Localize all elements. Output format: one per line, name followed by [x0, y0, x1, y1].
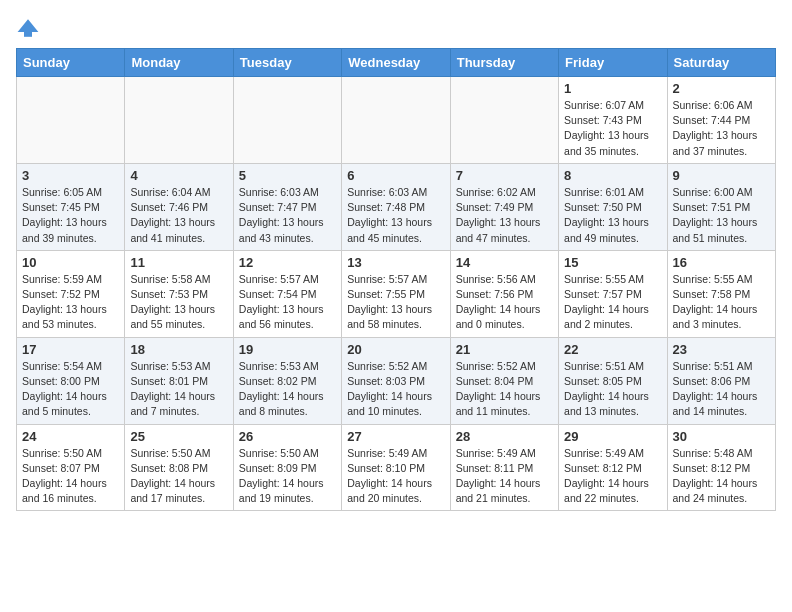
day-number: 1	[564, 81, 661, 96]
day-cell: 21Sunrise: 5:52 AMSunset: 8:04 PMDayligh…	[450, 337, 558, 424]
day-info: Sunrise: 5:55 AMSunset: 7:57 PMDaylight:…	[564, 272, 661, 333]
day-cell: 15Sunrise: 5:55 AMSunset: 7:57 PMDayligh…	[559, 250, 667, 337]
day-cell	[17, 77, 125, 164]
day-cell: 23Sunrise: 5:51 AMSunset: 8:06 PMDayligh…	[667, 337, 775, 424]
day-cell: 13Sunrise: 5:57 AMSunset: 7:55 PMDayligh…	[342, 250, 450, 337]
day-number: 10	[22, 255, 119, 270]
week-row-3: 10Sunrise: 5:59 AMSunset: 7:52 PMDayligh…	[17, 250, 776, 337]
day-info: Sunrise: 6:03 AMSunset: 7:48 PMDaylight:…	[347, 185, 444, 246]
day-number: 30	[673, 429, 770, 444]
day-info: Sunrise: 5:57 AMSunset: 7:55 PMDaylight:…	[347, 272, 444, 333]
day-number: 12	[239, 255, 336, 270]
day-number: 5	[239, 168, 336, 183]
day-info: Sunrise: 5:58 AMSunset: 7:53 PMDaylight:…	[130, 272, 227, 333]
day-number: 3	[22, 168, 119, 183]
day-info: Sunrise: 5:55 AMSunset: 7:58 PMDaylight:…	[673, 272, 770, 333]
day-info: Sunrise: 6:03 AMSunset: 7:47 PMDaylight:…	[239, 185, 336, 246]
day-info: Sunrise: 6:02 AMSunset: 7:49 PMDaylight:…	[456, 185, 553, 246]
day-number: 25	[130, 429, 227, 444]
day-info: Sunrise: 5:59 AMSunset: 7:52 PMDaylight:…	[22, 272, 119, 333]
day-number: 2	[673, 81, 770, 96]
day-number: 27	[347, 429, 444, 444]
day-cell: 9Sunrise: 6:00 AMSunset: 7:51 PMDaylight…	[667, 163, 775, 250]
day-number: 13	[347, 255, 444, 270]
day-info: Sunrise: 5:49 AMSunset: 8:12 PMDaylight:…	[564, 446, 661, 507]
week-row-1: 1Sunrise: 6:07 AMSunset: 7:43 PMDaylight…	[17, 77, 776, 164]
day-number: 9	[673, 168, 770, 183]
day-info: Sunrise: 5:50 AMSunset: 8:09 PMDaylight:…	[239, 446, 336, 507]
day-cell: 10Sunrise: 5:59 AMSunset: 7:52 PMDayligh…	[17, 250, 125, 337]
day-info: Sunrise: 5:50 AMSunset: 8:08 PMDaylight:…	[130, 446, 227, 507]
day-info: Sunrise: 5:49 AMSunset: 8:10 PMDaylight:…	[347, 446, 444, 507]
day-cell: 14Sunrise: 5:56 AMSunset: 7:56 PMDayligh…	[450, 250, 558, 337]
day-info: Sunrise: 5:54 AMSunset: 8:00 PMDaylight:…	[22, 359, 119, 420]
day-cell: 30Sunrise: 5:48 AMSunset: 8:12 PMDayligh…	[667, 424, 775, 511]
day-cell: 17Sunrise: 5:54 AMSunset: 8:00 PMDayligh…	[17, 337, 125, 424]
day-number: 11	[130, 255, 227, 270]
day-info: Sunrise: 5:50 AMSunset: 8:07 PMDaylight:…	[22, 446, 119, 507]
svg-rect-1	[24, 32, 32, 37]
day-cell	[450, 77, 558, 164]
day-cell	[342, 77, 450, 164]
day-cell: 20Sunrise: 5:52 AMSunset: 8:03 PMDayligh…	[342, 337, 450, 424]
day-cell: 6Sunrise: 6:03 AMSunset: 7:48 PMDaylight…	[342, 163, 450, 250]
day-cell: 1Sunrise: 6:07 AMSunset: 7:43 PMDaylight…	[559, 77, 667, 164]
header-cell-saturday: Saturday	[667, 49, 775, 77]
day-info: Sunrise: 5:52 AMSunset: 8:03 PMDaylight:…	[347, 359, 444, 420]
day-cell: 7Sunrise: 6:02 AMSunset: 7:49 PMDaylight…	[450, 163, 558, 250]
day-cell: 18Sunrise: 5:53 AMSunset: 8:01 PMDayligh…	[125, 337, 233, 424]
day-number: 4	[130, 168, 227, 183]
day-cell	[233, 77, 341, 164]
day-cell: 2Sunrise: 6:06 AMSunset: 7:44 PMDaylight…	[667, 77, 775, 164]
day-cell: 22Sunrise: 5:51 AMSunset: 8:05 PMDayligh…	[559, 337, 667, 424]
calendar-table: SundayMondayTuesdayWednesdayThursdayFrid…	[16, 48, 776, 511]
day-cell: 25Sunrise: 5:50 AMSunset: 8:08 PMDayligh…	[125, 424, 233, 511]
day-info: Sunrise: 6:06 AMSunset: 7:44 PMDaylight:…	[673, 98, 770, 159]
day-info: Sunrise: 5:48 AMSunset: 8:12 PMDaylight:…	[673, 446, 770, 507]
day-number: 7	[456, 168, 553, 183]
day-number: 19	[239, 342, 336, 357]
day-number: 24	[22, 429, 119, 444]
day-number: 17	[22, 342, 119, 357]
logo-icon	[16, 16, 40, 40]
calendar-body: 1Sunrise: 6:07 AMSunset: 7:43 PMDaylight…	[17, 77, 776, 511]
day-info: Sunrise: 6:04 AMSunset: 7:46 PMDaylight:…	[130, 185, 227, 246]
day-info: Sunrise: 5:52 AMSunset: 8:04 PMDaylight:…	[456, 359, 553, 420]
day-info: Sunrise: 6:01 AMSunset: 7:50 PMDaylight:…	[564, 185, 661, 246]
svg-marker-0	[18, 19, 39, 32]
day-cell: 28Sunrise: 5:49 AMSunset: 8:11 PMDayligh…	[450, 424, 558, 511]
day-cell: 3Sunrise: 6:05 AMSunset: 7:45 PMDaylight…	[17, 163, 125, 250]
page-header	[16, 16, 776, 40]
day-number: 15	[564, 255, 661, 270]
header-cell-sunday: Sunday	[17, 49, 125, 77]
week-row-4: 17Sunrise: 5:54 AMSunset: 8:00 PMDayligh…	[17, 337, 776, 424]
day-cell: 16Sunrise: 5:55 AMSunset: 7:58 PMDayligh…	[667, 250, 775, 337]
logo	[16, 16, 44, 40]
header-cell-wednesday: Wednesday	[342, 49, 450, 77]
day-number: 21	[456, 342, 553, 357]
day-info: Sunrise: 5:56 AMSunset: 7:56 PMDaylight:…	[456, 272, 553, 333]
day-info: Sunrise: 5:53 AMSunset: 8:02 PMDaylight:…	[239, 359, 336, 420]
week-row-2: 3Sunrise: 6:05 AMSunset: 7:45 PMDaylight…	[17, 163, 776, 250]
header-row: SundayMondayTuesdayWednesdayThursdayFrid…	[17, 49, 776, 77]
day-number: 20	[347, 342, 444, 357]
day-info: Sunrise: 6:07 AMSunset: 7:43 PMDaylight:…	[564, 98, 661, 159]
calendar-header: SundayMondayTuesdayWednesdayThursdayFrid…	[17, 49, 776, 77]
day-number: 26	[239, 429, 336, 444]
day-number: 29	[564, 429, 661, 444]
day-info: Sunrise: 5:53 AMSunset: 8:01 PMDaylight:…	[130, 359, 227, 420]
day-number: 23	[673, 342, 770, 357]
header-cell-friday: Friday	[559, 49, 667, 77]
day-info: Sunrise: 6:05 AMSunset: 7:45 PMDaylight:…	[22, 185, 119, 246]
day-info: Sunrise: 5:57 AMSunset: 7:54 PMDaylight:…	[239, 272, 336, 333]
day-info: Sunrise: 6:00 AMSunset: 7:51 PMDaylight:…	[673, 185, 770, 246]
day-cell: 29Sunrise: 5:49 AMSunset: 8:12 PMDayligh…	[559, 424, 667, 511]
header-cell-monday: Monday	[125, 49, 233, 77]
day-cell: 24Sunrise: 5:50 AMSunset: 8:07 PMDayligh…	[17, 424, 125, 511]
day-cell: 11Sunrise: 5:58 AMSunset: 7:53 PMDayligh…	[125, 250, 233, 337]
day-cell: 8Sunrise: 6:01 AMSunset: 7:50 PMDaylight…	[559, 163, 667, 250]
day-number: 22	[564, 342, 661, 357]
header-cell-thursday: Thursday	[450, 49, 558, 77]
day-cell: 12Sunrise: 5:57 AMSunset: 7:54 PMDayligh…	[233, 250, 341, 337]
day-number: 28	[456, 429, 553, 444]
